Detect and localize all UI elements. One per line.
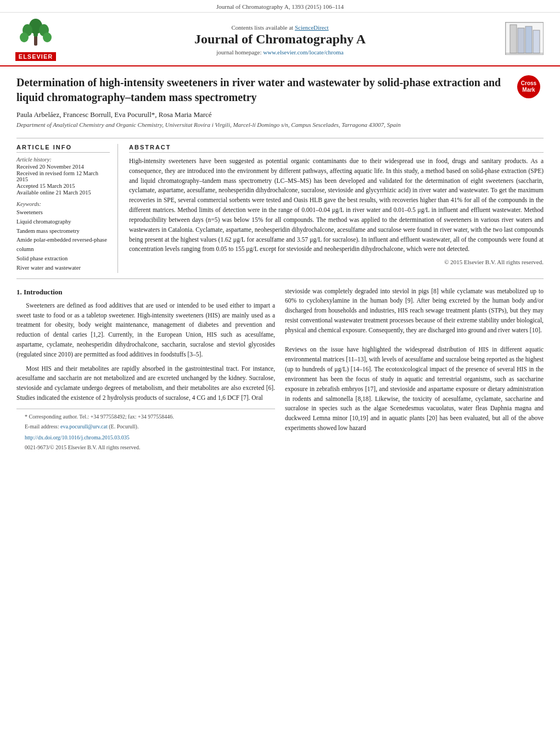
article-title-text: Determination of high-intensity sweetene… — [16, 75, 508, 132]
available-date: Available online 21 March 2015 — [16, 189, 110, 196]
keyword-6: River water and wastewater — [16, 264, 110, 273]
history-label: Article history: — [16, 157, 110, 163]
svg-point-3 — [20, 32, 29, 42]
keyword-1: Sweeteners — [16, 208, 110, 217]
journal-logo-right — [500, 22, 544, 57]
sciencedirect-link[interactable]: ScienceDirect — [295, 24, 329, 31]
abstract-text: High-intensity sweeteners have been sugg… — [129, 157, 544, 254]
copyright: © 2015 Elsevier B.V. All rights reserved… — [129, 259, 544, 265]
affiliation: Department of Analytical Chemistry and O… — [16, 121, 508, 128]
svg-point-4 — [43, 32, 52, 42]
divider-1 — [16, 138, 544, 138]
homepage-link[interactable]: www.elsevier.com/locate/chroma — [263, 49, 344, 55]
keyword-3: Tandem mass spectrometry — [16, 227, 110, 236]
footnote-area: * Corresponding author. Tel.: +34 977558… — [16, 409, 275, 452]
svg-rect-8 — [510, 25, 517, 53]
journal-header: ELSEVIER Contents lists available at Sci… — [0, 13, 560, 66]
body-col-left: 1. Introduction Sweeteners are defined a… — [16, 287, 275, 454]
accepted-date: Accepted 15 March 2015 — [16, 183, 110, 189]
corresponding-author: * Corresponding author. Tel.: +34 977558… — [16, 412, 275, 421]
abstract-title: ABSTRACT — [129, 144, 544, 153]
email-link[interactable]: eva.pocurull@urv.cat — [60, 423, 108, 429]
doi-link[interactable]: http://dx.doi.org/10.1016/j.chroma.2015.… — [25, 434, 130, 440]
issn: 0021-9673/© 2015 Elsevier B.V. All right… — [16, 443, 275, 452]
elsevier-tree-icon — [16, 18, 55, 51]
svg-rect-11 — [533, 30, 540, 53]
article-title-section: Determination of high-intensity sweetene… — [16, 75, 544, 132]
contents-available: Contents lists available at ScienceDirec… — [66, 24, 494, 31]
keyword-2: Liquid chromatography — [16, 217, 110, 227]
elsevier-brand: ELSEVIER — [15, 52, 56, 61]
article-info-panel: ARTICLE INFO Article history: Received 2… — [16, 144, 118, 273]
keyword-4: Amide polar-embedded reversed-phase colu… — [16, 236, 110, 254]
elsevier-logo: ELSEVIER — [11, 18, 60, 61]
svg-rect-9 — [518, 28, 524, 53]
received-revised-date: Received in revised form 12 March 2015 — [16, 170, 110, 182]
intro-title: 1. Introduction — [16, 287, 275, 298]
divider-2 — [16, 278, 544, 279]
intro-para-1: Sweeteners are defined as food additives… — [16, 301, 275, 360]
doi: http://dx.doi.org/10.1016/j.chroma.2015.… — [16, 433, 275, 442]
body-section: 1. Introduction Sweeteners are defined a… — [16, 287, 544, 454]
intro-right-col: stevioside was completely degraded into … — [285, 287, 544, 433]
article-info-title: ARTICLE INFO — [16, 144, 110, 153]
crossmark-icon: CrossMark — [517, 75, 540, 98]
journal-logo-box — [505, 22, 544, 55]
intro-para-2: Most HIS and their metabolites are rapid… — [16, 364, 275, 403]
svg-rect-10 — [525, 26, 532, 53]
journal-title-center: Contents lists available at ScienceDirec… — [66, 24, 494, 55]
keywords-list: Sweeteners Liquid chromatography Tandem … — [16, 208, 110, 273]
top-bar: Journal of Chromatography A, 1393 (2015)… — [0, 0, 560, 13]
crossmark: CrossMark — [517, 75, 544, 98]
main-content: Determination of high-intensity sweetene… — [0, 66, 560, 459]
article-info-abstract: ARTICLE INFO Article history: Received 2… — [16, 144, 544, 273]
abstract-panel: ABSTRACT High-intensity sweeteners have … — [129, 144, 544, 273]
keywords-label: Keywords: — [16, 201, 110, 207]
email-line: E-mail address: eva.pocurull@urv.cat (E.… — [16, 422, 275, 431]
journal-homepage: journal homepage: www.elsevier.com/locat… — [66, 49, 494, 55]
journal-reference: Journal of Chromatography A, 1393 (2015)… — [216, 3, 344, 10]
keyword-5: Solid phase extraction — [16, 254, 110, 264]
svg-point-6 — [33, 32, 38, 37]
article-title: Determination of high-intensity sweetene… — [16, 75, 508, 105]
body-col-right: stevioside was completely degraded into … — [285, 287, 544, 454]
journal-title: Journal of Chromatography A — [66, 32, 494, 47]
received-date: Received 20 November 2014 — [16, 164, 110, 170]
authors: Paula Arbeláez, Francesc Borrull, Eva Po… — [16, 110, 508, 119]
